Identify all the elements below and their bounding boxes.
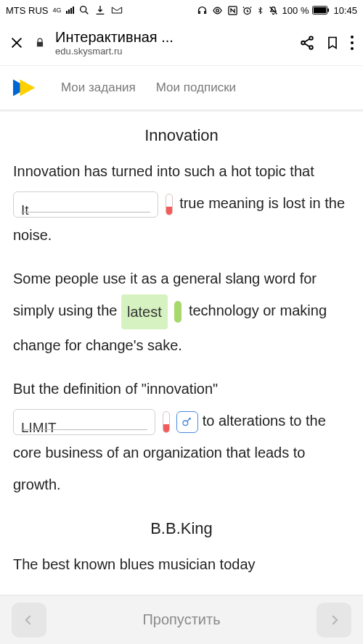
battery-icon [312, 6, 330, 15]
tab-my-subscriptions[interactable]: Мои подписки [156, 80, 236, 95]
content-area: Innovation Innovation has turned into su… [0, 112, 363, 580]
score-pill-correct-icon [174, 301, 182, 323]
svg-rect-6 [314, 7, 327, 12]
lock-icon [35, 37, 45, 49]
paragraph-1: Innovation has turned into such a hot to… [13, 155, 350, 251]
blank-correct-2: latest [121, 294, 168, 329]
blank-input-1[interactable]: It [13, 191, 158, 218]
mail-icon [110, 4, 123, 16]
score-pill-wrong-icon [166, 194, 173, 215]
content-fade [0, 574, 363, 595]
skysmart-logo-icon[interactable] [13, 77, 41, 99]
svg-point-0 [80, 7, 86, 12]
alarm-icon [242, 5, 253, 16]
heading-bbking: B.B.King [13, 519, 350, 538]
headphones-icon [197, 5, 208, 16]
svg-point-13 [351, 47, 354, 50]
mute-icon [268, 5, 279, 16]
heading-innovation: Innovation [13, 126, 350, 145]
network-label: 4G [53, 7, 62, 14]
bottom-bar: Пропустить [0, 595, 363, 644]
page-url: edu.skysmart.ru [55, 46, 289, 57]
browser-bar: Интерактивная ... edu.skysmart.ru [0, 20, 363, 65]
hint-button[interactable] [176, 411, 198, 433]
bluetooth-icon [256, 5, 264, 16]
svg-point-2 [216, 9, 219, 12]
status-bar: MTS RUS 4G 100 % 10:45 [0, 0, 363, 20]
bookmark-icon[interactable] [325, 35, 340, 51]
page-title: Интерактивная ... [55, 29, 289, 46]
paragraph-3: But the definition of "innovation" LIMIT… [13, 373, 350, 500]
carrier-label: MTS RUS [6, 5, 49, 16]
menu-icon[interactable] [350, 35, 354, 51]
svg-line-1 [86, 12, 88, 14]
svg-marker-15 [20, 80, 36, 96]
time-label: 10:45 [333, 5, 357, 16]
skip-button[interactable]: Пропустить [142, 611, 220, 628]
download-icon [94, 4, 106, 16]
svg-point-11 [351, 36, 354, 38]
next-button[interactable] [317, 603, 351, 637]
app-header: Мои задания Мои подписки [0, 65, 363, 110]
svg-point-12 [351, 41, 354, 44]
tab-my-tasks[interactable]: Мои задания [61, 80, 136, 95]
blank-input-3[interactable]: LIMIT [13, 409, 155, 435]
prev-button[interactable] [12, 603, 46, 637]
nfc-icon [227, 5, 238, 16]
share-icon[interactable] [299, 35, 315, 51]
eye-icon [211, 5, 224, 16]
search-icon [78, 4, 90, 16]
paragraph-2: Some people use it as a general slang wo… [13, 263, 350, 361]
svg-rect-7 [328, 8, 330, 12]
signal-icon [66, 7, 74, 14]
battery-label: 100 % [282, 5, 309, 16]
score-pill-wrong-icon [163, 411, 170, 433]
close-icon[interactable] [9, 35, 25, 51]
